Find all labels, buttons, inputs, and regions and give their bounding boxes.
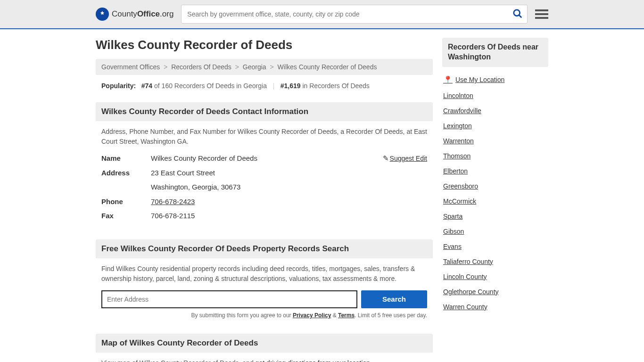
separator (273, 83, 274, 90)
sidebar-link[interactable]: Greensboro (443, 179, 547, 194)
popularity-label: Popularity: (101, 82, 136, 90)
contact-heading: Wilkes County Recorder of Deeds Contact … (96, 102, 433, 121)
sidebar: Recorders Of Deeds near Washington 📍 Use… (442, 38, 548, 362)
phone-link[interactable]: 706-678-2423 (151, 197, 195, 206)
sidebar-link[interactable]: Oglethorpe County (443, 284, 547, 299)
address-input[interactable] (101, 290, 357, 308)
contact-section: Address, Phone Number, and Fax Number fo… (96, 121, 433, 231)
sidebar-link[interactable]: Sparta (443, 209, 547, 224)
sidebar-link[interactable]: Taliaferro County (443, 254, 547, 269)
sidebar-link[interactable]: Thomson (443, 148, 547, 164)
terms-link[interactable]: Terms (338, 312, 355, 319)
address-line2: Washington, Georgia, 30673 (151, 182, 427, 193)
records-search-section: Find Wilkes County residential property … (96, 258, 433, 325)
popularity-rank-2: #1,619 (281, 82, 301, 90)
location-pin-icon: 📍 (443, 75, 453, 84)
popularity-box: Popularity: #74 of 160 Recorders Of Deed… (96, 78, 433, 94)
name-label: Name (101, 153, 151, 164)
sidebar-link[interactable]: McCormick (443, 194, 547, 209)
edit-icon: ✎ (383, 153, 389, 164)
fax-value: 706-678-2115 (151, 211, 427, 222)
fax-label: Fax (101, 211, 151, 222)
name-value: Wilkes County Recorder of Deeds (151, 154, 257, 162)
search-disclaimer: By submitting this form you agree to our… (101, 311, 427, 320)
directions-link[interactable]: get driving directions from your locatio… (256, 359, 371, 362)
chevron-right-icon: > (164, 63, 167, 71)
address-label: Address (101, 168, 151, 179)
breadcrumb-current: Wilkes County Recorder of Deeds (278, 63, 377, 71)
address-line1: 23 East Court Street (151, 168, 427, 179)
sidebar-link[interactable]: Lincolnton (443, 88, 547, 103)
sidebar-heading: Recorders Of Deeds near Washington (442, 38, 548, 67)
popularity-rank-1: #74 (141, 82, 152, 90)
privacy-link[interactable]: Privacy Policy (293, 312, 331, 319)
chevron-right-icon: > (235, 63, 239, 71)
sidebar-link[interactable]: Crawfordville (443, 103, 547, 118)
search-icon[interactable] (512, 8, 523, 21)
phone-label: Phone (101, 197, 151, 207)
sidebar-link[interactable]: Elberton (443, 164, 547, 179)
sidebar-link[interactable]: Warren County (443, 299, 547, 314)
header-search (181, 5, 528, 24)
sidebar-link[interactable]: Lincoln County (443, 269, 547, 284)
sidebar-link[interactable]: Evans (443, 239, 547, 254)
suggest-edit-link[interactable]: ✎Suggest Edit (383, 153, 427, 164)
main-content: Wilkes County Recorder of Deeds Governme… (96, 38, 433, 362)
search-input[interactable] (181, 5, 528, 24)
hamburger-menu-icon[interactable] (535, 8, 548, 21)
logo-icon (96, 8, 109, 21)
records-search-description: Find Wilkes County residential property … (101, 264, 427, 284)
logo-text: CountyOffice.org (112, 9, 173, 19)
chevron-right-icon: > (270, 63, 274, 71)
map-heading: Map of Wilkes County Recorder of Deeds (96, 334, 433, 353)
map-section: View map of Wilkes County Recorder of De… (96, 353, 433, 362)
breadcrumb-item[interactable]: Recorders Of Deeds (171, 63, 231, 71)
use-my-location-link[interactable]: 📍 Use My Location (443, 72, 547, 88)
sidebar-link[interactable]: Gibson (443, 224, 547, 239)
contact-description: Address, Phone Number, and Fax Number fo… (101, 127, 427, 147)
sidebar-link[interactable]: Warrenton (443, 133, 547, 148)
site-logo[interactable]: CountyOffice.org (96, 8, 173, 21)
breadcrumb-item[interactable]: Government Offices (101, 63, 160, 71)
breadcrumb: Government Offices > Recorders Of Deeds … (96, 59, 433, 75)
svg-point-0 (514, 10, 520, 16)
sidebar-link[interactable]: Lexington (443, 118, 547, 133)
search-button[interactable]: Search (361, 290, 427, 308)
sidebar-list: 📍 Use My Location Lincolnton Crawfordvil… (442, 67, 548, 319)
header: CountyOffice.org (0, 0, 644, 29)
svg-line-1 (519, 15, 522, 18)
page-title: Wilkes County Recorder of Deeds (96, 38, 433, 52)
breadcrumb-item[interactable]: Georgia (243, 63, 266, 71)
records-search-heading: Free Wilkes County Recorder Of Deeds Pro… (96, 239, 433, 258)
